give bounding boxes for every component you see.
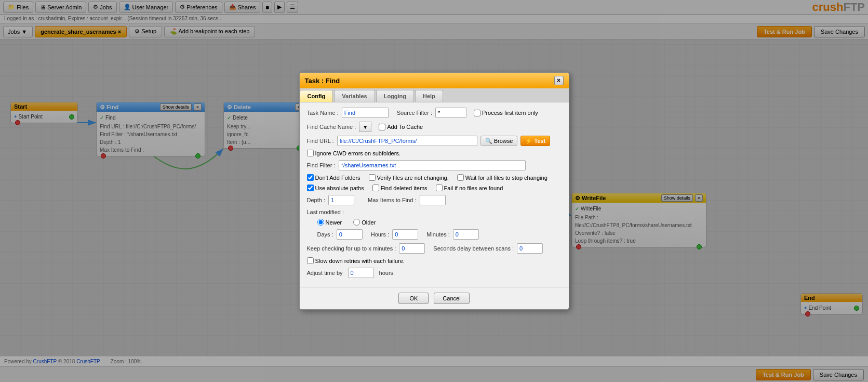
- older-radio[interactable]: [353, 219, 360, 226]
- days-input[interactable]: [337, 229, 363, 240]
- ignore-cwd-label[interactable]: Ignore CWD errors on subfolders.: [307, 150, 400, 156]
- depth-row: Depth : Max Items to Find :: [307, 195, 562, 205]
- verify-files-label[interactable]: Verify files are not changing,: [369, 174, 449, 181]
- tab-variables[interactable]: Variables: [334, 90, 375, 102]
- find-filter-row: Find Filter :: [307, 160, 562, 170]
- slow-down-label[interactable]: Slow down retries with each failure.: [307, 257, 405, 264]
- last-modified-row: Last modified :: [307, 209, 562, 215]
- modal-close-button[interactable]: ×: [554, 76, 564, 85]
- dont-add-folders-label[interactable]: Don't Add Folders: [307, 174, 360, 181]
- dont-add-folders-checkbox[interactable]: [307, 174, 314, 181]
- find-cache-dropdown[interactable]: ▼: [359, 122, 371, 132]
- find-url-input[interactable]: [337, 136, 477, 146]
- cancel-button[interactable]: Cancel: [434, 293, 469, 304]
- checkboxes-row1: Don't Add Folders Verify files are not c…: [307, 174, 562, 181]
- find-deleted-label[interactable]: Find deleted items: [372, 185, 428, 191]
- process-first-checkbox-label[interactable]: Process first item only: [474, 110, 538, 116]
- modal-overlay: Task : Find × Config Variables Logging H…: [0, 0, 868, 382]
- slow-down-row: Slow down retries with each failure.: [307, 257, 562, 264]
- modal-body: Task Name : Source Filter : Process firs…: [300, 102, 569, 287]
- ignore-cwd-row: Ignore CWD errors on subfolders.: [307, 150, 562, 156]
- ignore-cwd-checkbox[interactable]: [307, 150, 314, 156]
- time-row: Days : Hours : Minutes :: [317, 229, 562, 240]
- seconds-delay-input[interactable]: [517, 243, 543, 254]
- older-label[interactable]: Older: [353, 219, 376, 226]
- minutes-input[interactable]: [453, 229, 479, 240]
- ok-button[interactable]: OK: [398, 293, 429, 304]
- newer-older-row: Newer Older: [317, 219, 562, 226]
- find-cache-row: Find Cache Name : ▼ Add To Cache: [307, 122, 562, 132]
- checkboxes-row2: Use absolute paths Find deleted items Fa…: [307, 185, 562, 191]
- add-to-cache-checkbox[interactable]: [379, 124, 385, 130]
- adjust-time-row: Adjust time by hours.: [307, 268, 562, 278]
- newer-label[interactable]: Newer: [317, 219, 342, 226]
- tab-config[interactable]: Config: [300, 90, 333, 102]
- wait-for-all-checkbox[interactable]: [457, 174, 464, 181]
- use-absolute-checkbox[interactable]: [307, 185, 314, 191]
- find-deleted-checkbox[interactable]: [372, 185, 379, 191]
- find-filter-input[interactable]: [339, 160, 526, 170]
- fail-no-files-label[interactable]: Fail if no files are found: [436, 185, 503, 191]
- tab-logging[interactable]: Logging: [376, 90, 414, 102]
- hours-input[interactable]: [392, 229, 418, 240]
- fail-no-files-checkbox[interactable]: [436, 185, 443, 191]
- task-name-row: Task Name : Source Filter : Process firs…: [307, 108, 562, 118]
- verify-files-checkbox[interactable]: [369, 174, 376, 181]
- modal-footer: OK Cancel: [300, 287, 569, 309]
- slow-down-checkbox[interactable]: [307, 257, 314, 264]
- add-to-cache-label[interactable]: Add To Cache: [379, 124, 423, 130]
- test-button[interactable]: ⚡ Test: [520, 136, 550, 146]
- modal-title: Task : Find: [305, 77, 340, 85]
- modal-tabs: Config Variables Logging Help: [300, 88, 569, 102]
- use-absolute-label[interactable]: Use absolute paths: [307, 185, 364, 191]
- browse-button[interactable]: 🔍 Browse: [480, 136, 518, 146]
- tab-help[interactable]: Help: [415, 90, 443, 102]
- process-first-checkbox[interactable]: [474, 110, 480, 116]
- wait-for-all-label[interactable]: Wait for all files to stop changing: [457, 174, 547, 181]
- adjust-time-input[interactable]: [348, 268, 374, 278]
- depth-input[interactable]: [328, 195, 354, 205]
- modal-title-bar: Task : Find ×: [300, 73, 569, 88]
- find-url-row: Find URL : 🔍 Browse ⚡ Test: [307, 136, 562, 146]
- source-filter-input[interactable]: [435, 108, 466, 118]
- max-items-input[interactable]: [420, 195, 446, 205]
- task-find-modal: Task : Find × Config Variables Logging H…: [299, 72, 569, 310]
- newer-radio[interactable]: [317, 219, 324, 226]
- keep-checking-input[interactable]: [399, 243, 425, 254]
- task-name-input[interactable]: [342, 108, 389, 118]
- keep-checking-row: Keep checking for up to x minutes : Seco…: [307, 243, 562, 254]
